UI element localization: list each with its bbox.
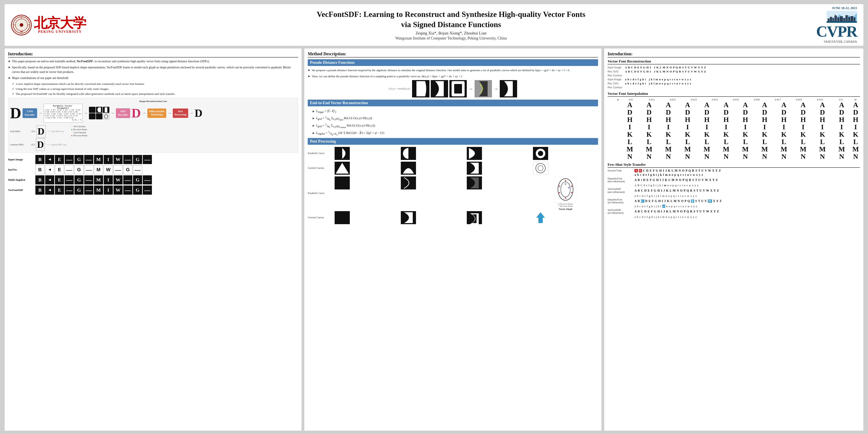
pku-emblem: 1898 (11, 15, 32, 35)
fewshot-row-vfs-rf-lower: a b c d e f g h i j k l m n o p q r s t … (608, 215, 860, 219)
interp-cell-H-0: H (620, 116, 640, 123)
svg-point-51 (571, 186, 572, 187)
formula-line-reg: ➤ Lregular = 1/Np×Na (λk² Σ ReLU(k² - k̂… (312, 130, 598, 136)
vecfont-glyphs: B ◄ E — G — M I W — G — (35, 186, 152, 195)
vecfont-W: W (114, 186, 123, 195)
comparison-label-input: Input Image (8, 158, 34, 161)
legend-pre: — Pre-Calculate (71, 125, 87, 128)
interp-cell-L-1: L (640, 138, 659, 145)
city-skyline-icon (827, 11, 857, 23)
interp-lambda-02: λ=0.2 (662, 98, 683, 101)
interp-lambda-08: λ=0.8 (788, 98, 809, 101)
vector-glyph-label: Vector Glyph (559, 208, 572, 210)
interp-cell-M-10: M (813, 146, 832, 153)
interp-cell-K-12: K (851, 131, 860, 138)
check-icon-1: ✓ (12, 82, 14, 86)
post-cur-3 (467, 211, 482, 224)
sdf-viz-3 (450, 80, 467, 97)
matrix-title: Parabolic Curves'Parameters (45, 105, 82, 109)
check-text-3: The proposed VecFontSDF can be flexibly … (16, 92, 175, 96)
fewshot-vfs-norf-upper: A B C D E F G H I J K L M N O P Q R S T … (634, 189, 719, 192)
recon-svg-upper-line: Rec SVG A B C D E F G H I J K L M N O P … (608, 70, 860, 73)
recon-contour-lower-label: Rec Contour (608, 86, 625, 89)
interp-cell-M-5: M (716, 146, 736, 153)
vecfont-B: B (35, 186, 44, 195)
post-grid-1: Parabolic Curve (308, 147, 598, 160)
post-section-title: Post Processing (308, 138, 598, 145)
fewshot-vfs-rf-lower: a b c d e f g h i j k l m n o p q r s t … (634, 215, 697, 219)
interp-cell-I-12: I (851, 123, 860, 130)
im2vec-W: W (104, 165, 113, 174)
interp-cell-I-9: I (794, 123, 813, 130)
vecfont-G2: G (133, 186, 142, 195)
interp-cell-H-5: H (716, 116, 736, 123)
e2e-section-title: End-to-End Vector Reconstruction (308, 100, 598, 106)
interp-cell-L-8: L (774, 138, 794, 145)
interp-title: Vector Font Interpolation (608, 92, 860, 97)
interp-cell-L-5: L (716, 138, 736, 145)
post-cur-2 (401, 211, 416, 224)
fewshot-row-gt-lower: a b c d e f g h i j k l m n o p q r s t … (608, 173, 860, 177)
interp-cell-K-2: K (659, 131, 678, 138)
fewshot-vfs-rf-upper: A B C D E F G H I J K L M N O P Q R S T … (634, 210, 719, 213)
input-G2: G (133, 155, 142, 164)
fewshot-label-dvf-norf: DeepVecFont(w/o refinement) (608, 177, 633, 183)
shape-sample-5 (96, 113, 102, 119)
interp-cell-M-4: M (697, 146, 716, 153)
check-item-1: ✓ A new implicit shape representation wh… (12, 82, 298, 86)
im2vec-G: G (74, 165, 84, 174)
im2vec-bar3: — (114, 165, 123, 174)
grid-sdf-arrow: → (47, 129, 50, 133)
interp-cell-L-0: L (620, 138, 640, 145)
interp-cell-N-6: N (736, 153, 755, 160)
input-I: I (104, 155, 113, 164)
paper-title-area: VecFontSDF: Learning to Reconstruct and … (90, 9, 812, 41)
input-E: E (55, 155, 64, 164)
bullet-arrow-1: ➤ (8, 59, 11, 64)
input-G: G (74, 155, 84, 164)
highlight-a: A (634, 169, 638, 172)
intro-text-1: This paper proposes an end-to-end traina… (12, 59, 210, 64)
interp-cell-D-5: D (716, 109, 736, 116)
grid-sdf-loss-label: Grid SDF Loss (51, 130, 64, 132)
interp-cell-N-7: N (755, 153, 774, 160)
post-par-1 (335, 177, 350, 189)
interp-cell-M-2: M (659, 146, 678, 153)
interp-cell-L-6: L (736, 138, 755, 145)
checklist: ✓ A new implicit shape representation wh… (12, 82, 298, 96)
paper-affiliation: Wangxuan Institute of Computer Technolog… (90, 36, 812, 40)
fewshot-vfs-norf-lower: a b c d e f g h i j k l m n o p q r s t … (634, 194, 697, 198)
paper-authors: Zeqing Xia*, Bojun Xiong*, Zhouhui Lian (90, 31, 812, 36)
interp-row-N: NNNNNNNNNNNNN (608, 153, 860, 160)
svg-rect-14 (835, 15, 836, 16)
pseudo-arrow-2: ➤ (308, 74, 310, 79)
highlight-blue-C: C (641, 199, 644, 203)
im2vec-E: E (55, 165, 64, 174)
interp-cell-K-6: K (736, 131, 755, 138)
interp-cell-A-11: A (832, 101, 851, 108)
comparison-label-multi: Multi-Implicit (8, 178, 34, 182)
interp-cell-K-8: K (774, 131, 794, 138)
output-d-glyph: D (195, 107, 203, 119)
middle-section-title: Method Description: (308, 52, 598, 58)
fewshot-row-dvf-rf-lower: a b c d e f g h i j k l m n o p q r s t … (608, 205, 860, 208)
interp-cell-D-12: D (851, 109, 860, 116)
svg-rect-45 (401, 177, 416, 189)
recon-svg-upper-alpha: A B C D E F G H I J K L M N O P Q R S T … (625, 70, 706, 73)
interp-cell-I-1: I (640, 123, 659, 130)
interp-cell-M-1: M (640, 146, 659, 153)
fewshot-label-vfs-norf: VecFontSDF(w/o refinement) (608, 188, 633, 193)
sdf-loss-rows: Grid SDFs +0.3 D → Grid SDF Loss (10, 125, 296, 151)
pku-chinese-text: 北京大学 (34, 16, 86, 30)
interp-cell-H-9: H (794, 116, 813, 123)
recon-input-lower-alpha: a b c d e f g h i j k l m n o p q r s t … (625, 78, 691, 81)
fewshot-dvf-rf-upper: A B C D E F G H I J K L M N O P Q R S T … (634, 199, 722, 203)
post-cur-1 (335, 211, 350, 224)
formula-block: ➤ Limgae = ||Ī - I||²2 ➤ Lgrid = 1/Mg Σx… (312, 108, 598, 137)
post-canvas-2 (401, 162, 416, 175)
vecfont-bar1: — (65, 186, 74, 195)
interp-cell-A-3: A (678, 101, 697, 108)
im2vec-bar4: — (133, 165, 142, 174)
interp-cell-K-9: K (794, 131, 813, 138)
pseudo-text-2: Thus, we can define the pseudo distance … (312, 74, 462, 79)
